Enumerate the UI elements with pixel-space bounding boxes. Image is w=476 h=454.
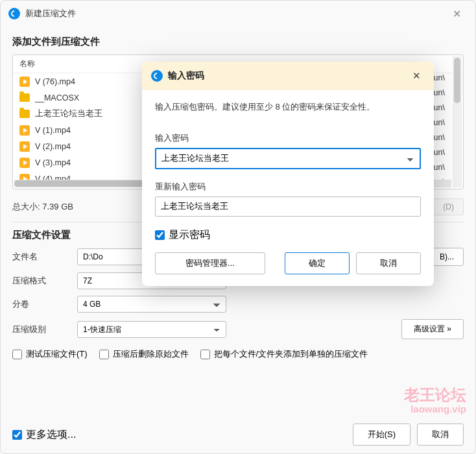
level-select[interactable]: 1-快速压缩	[77, 321, 226, 338]
remove-button[interactable]: (D)	[433, 198, 464, 215]
start-button[interactable]: 开始(S)	[353, 424, 411, 446]
dialog-close-icon[interactable]: ✕	[409, 67, 425, 84]
delete-original-checkbox[interactable]: 压缩后删除原始文件	[99, 348, 189, 360]
file-name: 上老王论坛当老王	[35, 108, 102, 119]
app-icon	[8, 8, 20, 19]
browse-button[interactable]: B)...	[430, 248, 464, 266]
dialog-app-icon	[151, 70, 163, 82]
password-input[interactable]	[155, 148, 421, 169]
password-label: 输入密码	[155, 132, 421, 144]
file-name: V (76).mp4	[35, 77, 75, 86]
split-label: 分卷	[12, 298, 77, 310]
watermark: 老王论坛 laowang.vip	[404, 387, 466, 414]
more-options-checkbox[interactable]: 更多选项...	[12, 428, 76, 442]
video-icon	[19, 125, 30, 136]
close-icon[interactable]: ✕	[446, 5, 468, 23]
level-label: 压缩级别	[12, 324, 77, 335]
dialog-title: 输入密码	[168, 70, 204, 82]
advanced-button[interactable]: 高级设置 »	[401, 319, 464, 339]
file-name: V (3).mp4	[35, 158, 71, 167]
dialog-titlebar: 输入密码 ✕	[142, 62, 434, 90]
file-name: V (2).mp4	[35, 142, 71, 151]
show-password-checkbox[interactable]: 显示密码	[155, 228, 421, 242]
separate-archives-checkbox[interactable]: 把每个文件/文件夹添加到单独的压缩文件	[200, 348, 368, 360]
dialog-message: 输入压缩包密码。建议使用至少 8 位的密码来保证安全性。	[155, 101, 421, 114]
password-dialog: 输入密码 ✕ 输入压缩包密码。建议使用至少 8 位的密码来保证安全性。 输入密码…	[142, 62, 434, 286]
dialog-body: 输入压缩包密码。建议使用至少 8 位的密码来保证安全性。 输入密码 重新输入密码…	[142, 90, 434, 286]
video-icon	[19, 141, 30, 152]
file-name: __MACOSX	[35, 93, 79, 102]
split-select[interactable]: 4 GB	[77, 296, 226, 313]
password-manager-button[interactable]: 密码管理器...	[155, 252, 265, 274]
vertical-scrollbar[interactable]	[453, 56, 462, 187]
video-icon	[19, 77, 30, 87]
confirm-password-input[interactable]	[155, 197, 421, 217]
window-title: 新建压缩文件	[25, 8, 76, 19]
filename-label: 文件名	[12, 251, 77, 263]
format-label: 压缩格式	[12, 275, 77, 287]
footer: 更多选项... 开始(S) 取消	[12, 424, 464, 446]
cancel-button[interactable]: 取消	[417, 424, 464, 446]
add-files-heading: 添加文件到压缩文件	[12, 36, 464, 48]
folder-icon	[19, 110, 30, 118]
folder-icon	[19, 93, 30, 102]
video-icon	[19, 158, 30, 168]
file-name: V (1).mp4	[35, 126, 71, 135]
main-window: 新建压缩文件 ✕ 添加文件到压缩文件 名称 V (76).mp4__MACOSX…	[0, 0, 476, 454]
titlebar: 新建压缩文件 ✕	[1, 1, 475, 27]
confirm-password-label: 重新输入密码	[155, 181, 421, 193]
dialog-cancel-button[interactable]: 取消	[356, 252, 421, 274]
total-size-label: 总大小: 7.39 GB	[12, 201, 73, 213]
ok-button[interactable]: 确定	[285, 252, 350, 274]
test-archive-checkbox[interactable]: 测试压缩文件(T)	[12, 348, 88, 360]
